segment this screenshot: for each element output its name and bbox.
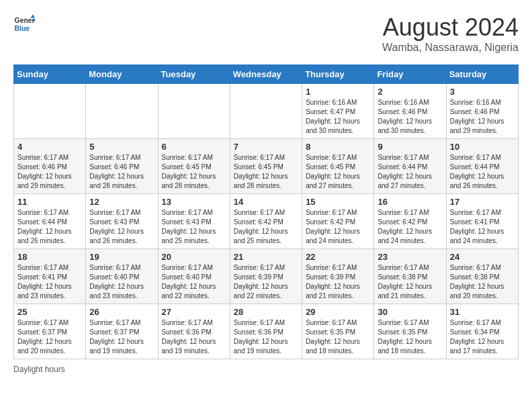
col-saturday: Saturday [446,65,518,84]
day-number: 27 [162,307,226,317]
calendar-cell: 22Sunrise: 6:17 AM Sunset: 6:39 PM Dayli… [302,249,374,304]
calendar-cell [86,84,158,139]
day-info: Sunrise: 6:16 AM Sunset: 6:46 PM Dayligh… [378,98,442,136]
calendar-cell: 1Sunrise: 6:16 AM Sunset: 6:47 PM Daylig… [302,84,374,139]
day-number: 4 [17,142,82,152]
day-info: Sunrise: 6:17 AM Sunset: 6:43 PM Dayligh… [89,208,154,246]
svg-text:Blue: Blue [15,25,30,32]
day-number: 23 [378,252,442,262]
calendar-cell: 3Sunrise: 6:16 AM Sunset: 6:46 PM Daylig… [446,84,518,139]
day-number: 1 [306,87,370,97]
day-info: Sunrise: 6:17 AM Sunset: 6:46 PM Dayligh… [89,153,154,191]
calendar-cell: 7Sunrise: 6:17 AM Sunset: 6:45 PM Daylig… [230,139,302,194]
calendar-cell: 17Sunrise: 6:17 AM Sunset: 6:41 PM Dayli… [446,194,518,249]
day-number: 19 [89,252,154,262]
day-number: 13 [162,197,226,207]
day-number: 14 [234,197,298,207]
calendar-cell: 15Sunrise: 6:17 AM Sunset: 6:42 PM Dayli… [302,194,374,249]
calendar-week-5: 25Sunrise: 6:17 AM Sunset: 6:37 PM Dayli… [14,304,519,359]
day-info: Sunrise: 6:17 AM Sunset: 6:45 PM Dayligh… [234,153,298,191]
day-info: Sunrise: 6:17 AM Sunset: 6:36 PM Dayligh… [234,318,298,356]
calendar-table: Sunday Monday Tuesday Wednesday Thursday… [13,64,519,359]
calendar-week-2: 4Sunrise: 6:17 AM Sunset: 6:46 PM Daylig… [14,139,519,194]
day-info: Sunrise: 6:16 AM Sunset: 6:47 PM Dayligh… [306,98,370,136]
day-info: Sunrise: 6:17 AM Sunset: 6:43 PM Dayligh… [162,208,226,246]
calendar-week-1: 1Sunrise: 6:16 AM Sunset: 6:47 PM Daylig… [14,84,519,139]
day-info: Sunrise: 6:17 AM Sunset: 6:42 PM Dayligh… [378,208,442,246]
day-number: 8 [306,142,370,152]
svg-marker-2 [31,15,35,18]
day-info: Sunrise: 6:17 AM Sunset: 6:44 PM Dayligh… [17,208,82,246]
col-friday: Friday [374,65,446,84]
logo-icon: General Blue [13,13,35,35]
page-header: General Blue August 2024 Wamba, Nassaraw… [13,13,519,54]
svg-text:General: General [15,17,35,24]
logo: General Blue [13,13,35,35]
calendar-week-3: 11Sunrise: 6:17 AM Sunset: 6:44 PM Dayli… [14,194,519,249]
col-tuesday: Tuesday [158,65,230,84]
day-info: Sunrise: 6:17 AM Sunset: 6:44 PM Dayligh… [450,153,515,191]
header-row: Sunday Monday Tuesday Wednesday Thursday… [14,65,519,84]
calendar-cell: 29Sunrise: 6:17 AM Sunset: 6:35 PM Dayli… [302,304,374,359]
day-info: Sunrise: 6:17 AM Sunset: 6:44 PM Dayligh… [378,153,442,191]
day-info: Sunrise: 6:17 AM Sunset: 6:42 PM Dayligh… [306,208,370,246]
calendar-cell: 16Sunrise: 6:17 AM Sunset: 6:42 PM Dayli… [374,194,446,249]
day-info: Sunrise: 6:17 AM Sunset: 6:38 PM Dayligh… [450,263,515,301]
day-number: 6 [162,142,226,152]
calendar-cell: 12Sunrise: 6:17 AM Sunset: 6:43 PM Dayli… [86,194,158,249]
calendar-cell: 4Sunrise: 6:17 AM Sunset: 6:46 PM Daylig… [14,139,86,194]
day-number: 10 [450,142,515,152]
day-number: 3 [450,87,515,97]
col-thursday: Thursday [302,65,374,84]
day-info: Sunrise: 6:17 AM Sunset: 6:41 PM Dayligh… [450,208,515,246]
calendar-cell: 19Sunrise: 6:17 AM Sunset: 6:40 PM Dayli… [86,249,158,304]
day-info: Sunrise: 6:17 AM Sunset: 6:42 PM Dayligh… [234,208,298,246]
day-info: Sunrise: 6:17 AM Sunset: 6:37 PM Dayligh… [17,318,82,356]
day-number: 26 [89,307,154,317]
day-info: Sunrise: 6:16 AM Sunset: 6:46 PM Dayligh… [450,98,515,136]
col-monday: Monday [86,65,158,84]
day-info: Sunrise: 6:17 AM Sunset: 6:36 PM Dayligh… [162,318,226,356]
day-number: 9 [378,142,442,152]
calendar-cell: 11Sunrise: 6:17 AM Sunset: 6:44 PM Dayli… [14,194,86,249]
calendar-cell: 30Sunrise: 6:17 AM Sunset: 6:35 PM Dayli… [374,304,446,359]
calendar-cell: 31Sunrise: 6:17 AM Sunset: 6:34 PM Dayli… [446,304,518,359]
day-number: 11 [17,197,82,207]
calendar-cell: 28Sunrise: 6:17 AM Sunset: 6:36 PM Dayli… [230,304,302,359]
day-info: Sunrise: 6:17 AM Sunset: 6:35 PM Dayligh… [378,318,442,356]
calendar-cell: 13Sunrise: 6:17 AM Sunset: 6:43 PM Dayli… [158,194,230,249]
calendar-week-4: 18Sunrise: 6:17 AM Sunset: 6:41 PM Dayli… [14,249,519,304]
calendar-cell [14,84,86,139]
calendar-cell: 23Sunrise: 6:17 AM Sunset: 6:38 PM Dayli… [374,249,446,304]
col-sunday: Sunday [14,65,86,84]
day-number: 16 [378,197,442,207]
calendar-cell: 26Sunrise: 6:17 AM Sunset: 6:37 PM Dayli… [86,304,158,359]
calendar-cell: 20Sunrise: 6:17 AM Sunset: 6:40 PM Dayli… [158,249,230,304]
day-number: 30 [378,307,442,317]
calendar-cell: 10Sunrise: 6:17 AM Sunset: 6:44 PM Dayli… [446,139,518,194]
day-number: 22 [306,252,370,262]
calendar-cell [158,84,230,139]
day-info: Sunrise: 6:17 AM Sunset: 6:40 PM Dayligh… [89,263,154,301]
calendar-cell: 24Sunrise: 6:17 AM Sunset: 6:38 PM Dayli… [446,249,518,304]
calendar-title: August 2024 [382,13,519,42]
day-number: 21 [234,252,298,262]
title-area: August 2024 Wamba, Nassarawa, Nigeria [382,13,519,54]
day-number: 18 [17,252,82,262]
day-info: Sunrise: 6:17 AM Sunset: 6:39 PM Dayligh… [306,263,370,301]
day-number: 5 [89,142,154,152]
calendar-cell: 8Sunrise: 6:17 AM Sunset: 6:45 PM Daylig… [302,139,374,194]
day-info: Sunrise: 6:17 AM Sunset: 6:41 PM Dayligh… [17,263,82,301]
day-info: Sunrise: 6:17 AM Sunset: 6:39 PM Dayligh… [234,263,298,301]
day-info: Sunrise: 6:17 AM Sunset: 6:40 PM Dayligh… [162,263,226,301]
day-info: Sunrise: 6:17 AM Sunset: 6:46 PM Dayligh… [17,153,82,191]
day-info: Sunrise: 6:17 AM Sunset: 6:38 PM Dayligh… [378,263,442,301]
calendar-header: Sunday Monday Tuesday Wednesday Thursday… [14,65,519,84]
calendar-cell: 9Sunrise: 6:17 AM Sunset: 6:44 PM Daylig… [374,139,446,194]
calendar-cell: 5Sunrise: 6:17 AM Sunset: 6:46 PM Daylig… [86,139,158,194]
calendar-cell: 25Sunrise: 6:17 AM Sunset: 6:37 PM Dayli… [14,304,86,359]
calendar-cell: 21Sunrise: 6:17 AM Sunset: 6:39 PM Dayli… [230,249,302,304]
day-info: Sunrise: 6:17 AM Sunset: 6:45 PM Dayligh… [162,153,226,191]
day-info: Sunrise: 6:17 AM Sunset: 6:37 PM Dayligh… [89,318,154,356]
calendar-cell: 14Sunrise: 6:17 AM Sunset: 6:42 PM Dayli… [230,194,302,249]
